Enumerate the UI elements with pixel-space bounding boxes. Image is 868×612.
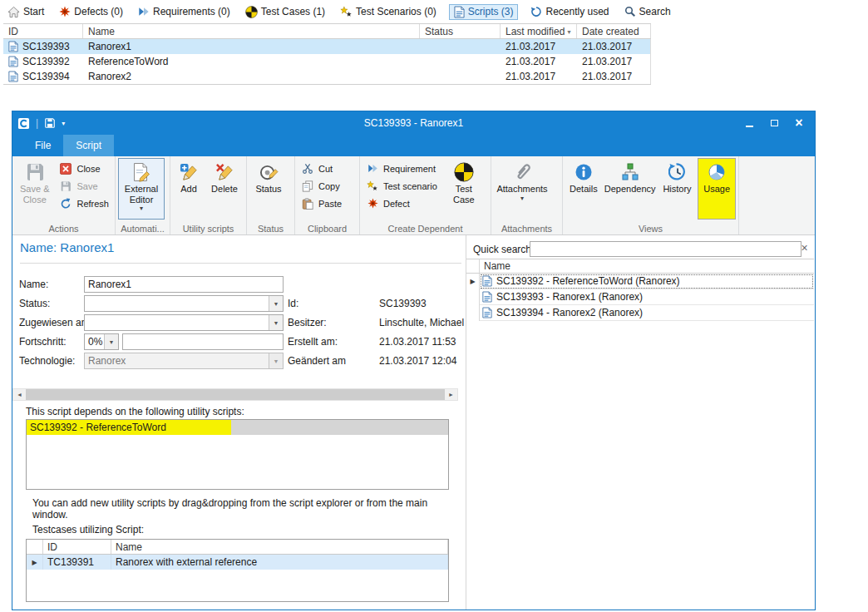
script-icon bbox=[482, 307, 492, 318]
dropdown-arrow-icon[interactable]: ▼ bbox=[269, 296, 283, 311]
tab-requirements[interactable]: Requirements (0) bbox=[136, 4, 233, 19]
create-test-scenario-button[interactable]: Test scenario bbox=[362, 178, 441, 194]
history-view-button[interactable]: History bbox=[658, 158, 697, 220]
assigned-dropdown[interactable]: ▼ bbox=[84, 314, 284, 331]
tab-scripts[interactable]: Scripts (3) bbox=[449, 4, 519, 20]
dropdown-caret-icon: ▾ bbox=[520, 195, 524, 202]
cut-button[interactable]: Cut bbox=[298, 160, 345, 176]
ribbon-group-actions: Save & Close Close Save Refresh Actions bbox=[12, 156, 116, 234]
create-defect-button[interactable]: Defect bbox=[362, 195, 441, 211]
scroll-right-button[interactable]: ► bbox=[445, 389, 457, 400]
id-value: SC139393 bbox=[379, 295, 427, 312]
cut-icon bbox=[301, 162, 314, 175]
progress-label: Fortschritt: bbox=[19, 333, 67, 350]
quick-search-input[interactable] bbox=[530, 241, 801, 257]
usage-view-button[interactable]: Usage bbox=[698, 158, 736, 220]
ribbon-group-status: Status Status bbox=[247, 156, 295, 234]
detail-heading: Name: Ranorex1 bbox=[20, 240, 114, 254]
tab-file[interactable]: File bbox=[22, 135, 63, 156]
external-editor-button[interactable]: External Editor ▾ bbox=[118, 158, 165, 220]
dropdown-arrow-icon[interactable]: ▼ bbox=[104, 334, 118, 349]
column-header-name[interactable]: Name bbox=[111, 540, 448, 554]
copy-button[interactable]: Copy bbox=[298, 178, 345, 194]
tab-label: Recently used bbox=[545, 6, 609, 17]
results-header-row: Name bbox=[466, 259, 814, 274]
table-row[interactable]: SC139392 ReferenceToWord 21.03.2017 21.0… bbox=[3, 54, 651, 69]
tab-recently-used[interactable]: Recently used bbox=[528, 4, 611, 19]
delete-utility-script-button[interactable]: Delete bbox=[206, 158, 243, 220]
tab-search[interactable]: Search bbox=[622, 4, 673, 19]
horizontal-scrollbar[interactable]: ◄ ► bbox=[12, 388, 458, 401]
sort-desc-icon[interactable]: ▼ bbox=[566, 29, 572, 35]
column-header-date-created[interactable]: Date created bbox=[577, 24, 651, 38]
tab-test-scenarios[interactable]: Test Scenarios (0) bbox=[338, 4, 439, 20]
status-icon bbox=[259, 161, 279, 183]
quick-save-icon[interactable] bbox=[44, 117, 56, 129]
column-header-status[interactable]: Status bbox=[420, 24, 501, 38]
attachments-button[interactable]: Attachments ▾ bbox=[494, 158, 550, 220]
modified-label: Geändert am bbox=[288, 353, 346, 369]
dependency-icon bbox=[621, 161, 639, 183]
result-row[interactable]: SC139393 - Ranorex1 (Ranorex) bbox=[466, 289, 814, 305]
save-and-close-icon bbox=[25, 161, 45, 183]
test-case-icon bbox=[454, 161, 474, 183]
search-icon bbox=[624, 6, 636, 17]
result-row[interactable]: SC139394 - Ranorex2 (Ranorex) bbox=[466, 305, 814, 321]
window-titlebar[interactable]: | ▾ SC139393 - Ranorex1 × bbox=[12, 111, 815, 135]
save-button[interactable]: Save bbox=[56, 178, 112, 194]
details-view-button[interactable]: Details bbox=[565, 158, 602, 220]
dependency-item[interactable]: SC139392 - ReferenceToWord bbox=[27, 420, 448, 435]
refresh-button[interactable]: Refresh bbox=[56, 195, 112, 211]
name-input[interactable] bbox=[84, 276, 284, 293]
quick-access-toolbar: | ▾ bbox=[17, 117, 65, 130]
save-and-close-button[interactable]: Save & Close bbox=[15, 158, 54, 220]
paste-button[interactable]: Paste bbox=[298, 195, 345, 211]
close-window-button[interactable]: × bbox=[787, 114, 811, 132]
tab-test-cases[interactable]: Test Cases (1) bbox=[243, 4, 328, 20]
dependencies-listbox[interactable]: SC139392 - ReferenceToWord bbox=[26, 419, 449, 490]
clear-search-icon[interactable]: × bbox=[798, 241, 811, 254]
refresh-icon bbox=[59, 197, 72, 210]
testcase-row[interactable]: ▶ TC139391 Ranorex with external referen… bbox=[27, 555, 448, 570]
results-column-name[interactable]: Name bbox=[480, 259, 814, 274]
result-row[interactable]: ▶ SC139392 - ReferenceToWord (Ranorex) bbox=[466, 274, 814, 289]
column-header-id[interactable]: ID bbox=[43, 540, 111, 554]
table-row[interactable]: SC139393 Ranorex1 21.03.2017 21.03.2017 bbox=[3, 39, 651, 54]
tab-label: Test Scenarios (0) bbox=[356, 6, 436, 17]
progress-input[interactable] bbox=[122, 333, 284, 350]
table-header-row: ID Name Status Last modified▼ Date creat… bbox=[3, 23, 651, 39]
group-label-actions: Actions bbox=[12, 224, 115, 234]
dependency-view-button[interactable]: Dependency bbox=[604, 158, 657, 220]
scroll-left-button[interactable]: ◄ bbox=[13, 389, 26, 400]
create-requirement-button[interactable]: Requirement bbox=[362, 160, 441, 176]
tab-script[interactable]: Script bbox=[63, 135, 114, 156]
minimize-button[interactable] bbox=[737, 114, 762, 132]
qat-dropdown-icon[interactable]: ▾ bbox=[62, 120, 65, 127]
column-header-id[interactable]: ID bbox=[3, 24, 83, 38]
dropdown-arrow-icon[interactable]: ▼ bbox=[269, 315, 283, 330]
dropdown-caret-icon: ▾ bbox=[140, 205, 143, 212]
scrollbar-thumb[interactable] bbox=[26, 389, 445, 400]
status-label: Status: bbox=[19, 295, 50, 312]
script-editor-window: | ▾ SC139393 - Ranorex1 × File Script Sa… bbox=[12, 111, 816, 610]
create-test-case-button[interactable]: Test Case bbox=[442, 158, 486, 220]
status-dropdown[interactable]: ▼ bbox=[84, 295, 284, 312]
ribbon-group-views: Details Dependency History Usage Views bbox=[563, 156, 739, 234]
table-row[interactable]: SC139394 Ranorex2 21.03.2017 21.03.2017 bbox=[3, 69, 651, 84]
window-content: Name: Ranorex1 Name: Status: ▼ Zugewiese… bbox=[12, 235, 815, 610]
column-header-last-modified[interactable]: Last modified▼ bbox=[501, 24, 577, 38]
group-label-attachments: Attachments bbox=[491, 224, 562, 234]
maximize-button[interactable] bbox=[762, 114, 787, 132]
dependency-item-label: SC139392 - ReferenceToWord bbox=[27, 420, 231, 435]
group-label-create-dependent: Create Dependent bbox=[360, 224, 491, 234]
column-header-name[interactable]: Name bbox=[83, 24, 420, 38]
ribbon-tab-bar: File Script bbox=[12, 135, 815, 156]
paste-icon bbox=[301, 197, 314, 210]
row-expander-icon[interactable]: ▶ bbox=[32, 559, 37, 566]
tab-start[interactable]: Start bbox=[5, 4, 47, 20]
tab-defects[interactable]: Defects (0) bbox=[57, 4, 126, 19]
progress-dropdown[interactable]: 0%▼ bbox=[84, 333, 119, 350]
close-script-button[interactable]: Close bbox=[56, 160, 112, 176]
add-utility-script-button[interactable]: Add bbox=[173, 158, 205, 220]
status-button[interactable]: Status bbox=[249, 158, 288, 220]
